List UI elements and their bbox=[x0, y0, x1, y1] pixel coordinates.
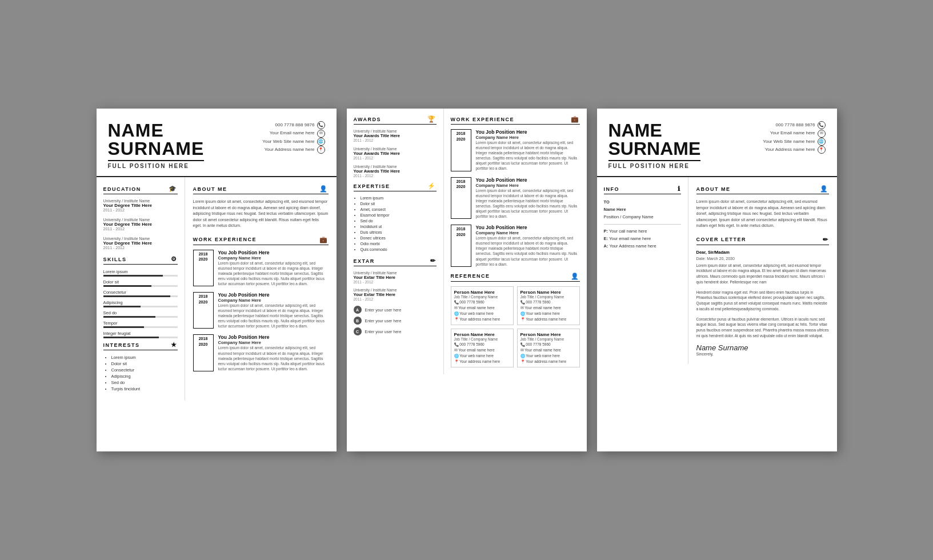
awards-section-title: AWARDS 🏆 bbox=[354, 115, 437, 125]
award-entry: University / Institute NameYour Awards T… bbox=[354, 165, 437, 178]
reference-card: Person Name HereJob Title / Company Name… bbox=[517, 329, 580, 367]
education-entry: University / Institute NameYour Degree T… bbox=[103, 237, 178, 250]
reference-section-title: REFERENCE 👤 bbox=[451, 273, 580, 282]
card2-left-column: AWARDS 🏆 University / Institute NameYour… bbox=[347, 109, 444, 374]
card1-header: NAME SURNAME FULL POSITION HERE 000 7778… bbox=[97, 109, 337, 177]
resume-card-2: AWARDS 🏆 University / Institute NameYour… bbox=[347, 109, 587, 451]
extar-entry: University / Institute NameYour Extar Ti… bbox=[354, 271, 437, 284]
education-section-title: EDUCATION 🎓 bbox=[103, 185, 178, 194]
about-text: Lorem ipsum dolor sit amet, consectetur … bbox=[193, 199, 329, 229]
email-icon: ✉ bbox=[317, 130, 325, 138]
phone-icon-3: 📞 bbox=[818, 121, 826, 129]
expertise-item: Incididunt ut bbox=[361, 225, 437, 229]
interest-item: Consectetur bbox=[111, 367, 178, 373]
social-item: BEnter your user here bbox=[354, 317, 437, 325]
expertise-section-title: EXPERTISE ⚡ bbox=[354, 182, 437, 191]
card1-right-column: ABOUT ME 👤 Lorem ipsum dolor sit amet, c… bbox=[185, 177, 337, 401]
skill-item: Lorem ipsum bbox=[103, 269, 178, 277]
about-section-title-3: ABOUT ME 👤 bbox=[696, 185, 829, 194]
cover-paragraph: Hendrerit dolor magna eget est. Proin se… bbox=[696, 290, 829, 312]
about-icon: 👤 bbox=[319, 185, 329, 193]
skill-item: Adipiscing bbox=[103, 300, 178, 307]
card1-name-block: NAME SURNAME FULL POSITION HERE bbox=[108, 121, 205, 169]
reference-card: Person Name HereJob Title / Company Name… bbox=[517, 286, 580, 325]
award-entry: University / Institute NameYour Awards T… bbox=[354, 129, 437, 142]
card1-name: NAME SURNAME bbox=[108, 121, 205, 158]
card3-body: INFO ℹ TO Name Here Position / Company N… bbox=[597, 177, 837, 364]
skill-item: Integer feugiat bbox=[103, 331, 178, 338]
web-icon: 🌐 bbox=[317, 138, 325, 146]
expertise-item: Amet, consect bbox=[361, 207, 437, 211]
sincerely: Sincerely, bbox=[696, 352, 829, 356]
award-entry: University / Institute NameYour Awards T… bbox=[354, 147, 437, 160]
card3-name-block: NAME SURNAME FULL POSITION HERE bbox=[608, 121, 701, 169]
awards-entries: University / Institute NameYour Awards T… bbox=[354, 129, 437, 178]
expertise-item: Quis commodo bbox=[361, 247, 437, 251]
signature: Name Surname bbox=[696, 343, 829, 352]
interest-item: Dolor sit bbox=[111, 361, 178, 366]
social-item: CEnter your user here bbox=[354, 327, 437, 335]
interests-icon: ★ bbox=[171, 341, 178, 349]
skills-section-title: SKILLS ⚙ bbox=[103, 255, 178, 265]
resume-scene: NAME SURNAME FULL POSITION HERE 000 7778… bbox=[97, 109, 837, 451]
email-icon-3: ✉ bbox=[818, 130, 826, 138]
work-entry: 20182020You Job Position HereCompany Nam… bbox=[193, 334, 329, 371]
work-entry: 20182020You Job Position HereCompany Nam… bbox=[193, 250, 329, 286]
reference-icon: 👤 bbox=[571, 273, 580, 280]
education-icon: 🎓 bbox=[169, 185, 178, 193]
card1-contact: 000 7778 888 9876📞 Your Email name here✉… bbox=[262, 121, 325, 154]
web-icon-3: 🌐 bbox=[818, 138, 826, 146]
interests-section-title: INTERESTS ★ bbox=[103, 341, 178, 350]
card3-right-column: ABOUT ME 👤 Lorem ipsum dolor sit amet, c… bbox=[688, 177, 837, 364]
work-entries-2: 20182020You Job Position HereCompany Nam… bbox=[451, 129, 580, 267]
salutation: Dear, Sir/Madam bbox=[696, 250, 829, 255]
card1-position: FULL POSITION HERE bbox=[108, 160, 205, 169]
resume-card-3: NAME SURNAME FULL POSITION HERE 000 7778… bbox=[597, 109, 837, 451]
work-section-title-2: WORK EXPERIENCE 💼 bbox=[451, 115, 580, 125]
work-entries: 20182020You Job Position HereCompany Nam… bbox=[193, 250, 329, 371]
card3-contact: 000 7778 888 9876📞 Your Email name here✉… bbox=[763, 121, 825, 154]
work-icon: 💼 bbox=[319, 236, 329, 243]
reference-card: Person Name HereJob Title / Company Name… bbox=[451, 329, 514, 367]
phone-icon: 📞 bbox=[317, 121, 325, 129]
about-section-title: ABOUT ME 👤 bbox=[193, 185, 329, 194]
info-icon: ℹ bbox=[678, 185, 681, 193]
expertise-list: Lorem ipsumDolor sitAmet, consectEiusmod… bbox=[354, 196, 437, 251]
expertise-item: Odio morbi bbox=[361, 242, 437, 246]
education-entry: University / Institute NameYour Degree T… bbox=[103, 199, 178, 212]
cover-paragraphs: Lorem ipsum dolor sit amet, consectetur … bbox=[696, 263, 829, 339]
work-entry-2: 20182020You Job Position HereCompany Nam… bbox=[451, 225, 580, 267]
skill-item: Consectetur bbox=[103, 290, 178, 297]
location-icon-3: 📍 bbox=[818, 146, 826, 154]
about-text-3: Lorem ipsum dolor sit amet, consectetur … bbox=[696, 199, 829, 229]
expertise-item: Eiusmod tempor bbox=[361, 213, 437, 217]
reference-card: Person Name HereJob Title / Company Name… bbox=[451, 286, 514, 325]
cover-letter-section-title: COVER LETTER ✏ bbox=[696, 236, 829, 245]
work-entry-2: 20182020You Job Position HereCompany Nam… bbox=[451, 177, 580, 219]
date-line: Date: March 20, 2030 bbox=[696, 257, 829, 261]
skill-item: Sed do bbox=[103, 310, 178, 318]
card3-position: FULL POSITION HERE bbox=[608, 160, 701, 169]
card3-name: NAME SURNAME bbox=[608, 121, 701, 158]
work-entry: 20182020You Job Position HereCompany Nam… bbox=[193, 292, 329, 329]
social-item: AEnter your user here bbox=[354, 306, 437, 314]
extar-icon: ✏ bbox=[430, 257, 437, 265]
expertise-item: Donec ultrices bbox=[361, 236, 437, 240]
expertise-item: Dolor sit bbox=[361, 202, 437, 206]
card1-left-column: EDUCATION 🎓 University / Institute NameY… bbox=[97, 177, 185, 401]
card1-body: EDUCATION 🎓 University / Institute NameY… bbox=[97, 177, 337, 401]
extar-entries: University / Institute NameYour Extar Ti… bbox=[354, 271, 437, 301]
interest-item: Turpis tincidunt bbox=[111, 386, 178, 391]
info-section-title: INFO ℹ bbox=[604, 185, 681, 194]
card3-left-column: INFO ℹ TO Name Here Position / Company N… bbox=[597, 177, 688, 364]
expertise-icon: ⚡ bbox=[427, 182, 437, 190]
reference-grid: Person Name HereJob Title / Company Name… bbox=[451, 286, 580, 367]
expertise-item: Lorem ipsum bbox=[361, 196, 437, 200]
expertise-item: Sed do bbox=[361, 219, 437, 223]
work-icon-2: 💼 bbox=[571, 115, 580, 123]
skills-entries: Lorem ipsumDolor sitConsecteturAdipiscin… bbox=[103, 269, 178, 338]
info-block: TO Name Here Position / Company Name P: … bbox=[604, 199, 681, 250]
resume-card-1: NAME SURNAME FULL POSITION HERE 000 7778… bbox=[97, 109, 337, 451]
skill-item: Tempor bbox=[103, 321, 178, 328]
extar-entry: University / Institute NameYour Extar Ti… bbox=[354, 288, 437, 301]
